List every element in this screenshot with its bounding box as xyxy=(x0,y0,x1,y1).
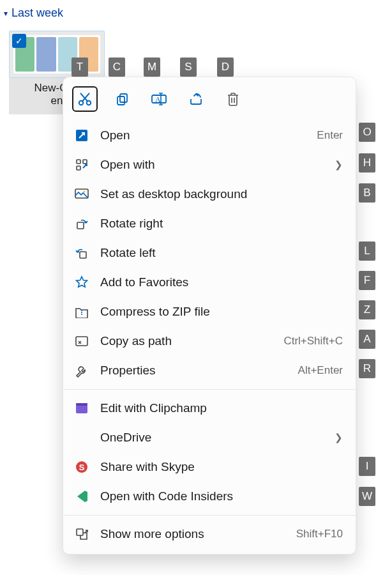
rotate-left-icon xyxy=(73,245,90,261)
wrench-icon xyxy=(73,362,90,379)
svg-rect-12 xyxy=(77,222,84,229)
clipchamp-icon xyxy=(73,400,90,417)
menu-rotate-left[interactable]: Rotate left xyxy=(63,238,356,268)
menu-shortcut: Alt+Enter xyxy=(298,364,343,377)
menu-label: Set as desktop background xyxy=(100,187,343,201)
menu-shortcut: Enter xyxy=(317,129,343,142)
thumbnail: ✓ xyxy=(9,31,105,78)
menu-add-favorites[interactable]: Add to Favorites xyxy=(63,268,356,297)
menu-label: Open with Code Insiders xyxy=(100,489,343,503)
svg-rect-19 xyxy=(77,529,83,535)
svg-rect-14 xyxy=(76,337,87,346)
copy-button[interactable] xyxy=(109,86,135,112)
vscode-icon xyxy=(73,488,90,505)
menu-label: Open xyxy=(100,128,306,142)
scissors-icon xyxy=(77,91,93,107)
menu-label: Add to Favorites xyxy=(100,275,343,289)
context-toolbar: A xyxy=(63,82,356,121)
menu-label: Share with Skype xyxy=(100,460,343,474)
skype-icon: S xyxy=(73,459,90,475)
rename-button[interactable]: A xyxy=(146,86,172,112)
chevron-down-icon: ▾ xyxy=(4,9,8,18)
open-icon xyxy=(73,127,90,144)
svg-point-11 xyxy=(84,191,86,193)
svg-rect-16 xyxy=(76,403,87,406)
key-hint: C xyxy=(109,57,125,77)
divider xyxy=(63,389,356,390)
menu-open-with[interactable]: Open with ❯ xyxy=(63,150,356,180)
menu-label: Edit with Clipchamp xyxy=(100,401,343,415)
menu-code-insiders[interactable]: Open with Code Insiders xyxy=(63,482,356,511)
svg-text:A: A xyxy=(155,95,161,104)
menu-label: Show more options xyxy=(100,527,286,541)
desktop-bg-icon xyxy=(73,186,90,203)
key-hint: B xyxy=(359,183,375,203)
open-with-icon xyxy=(73,157,90,173)
svg-rect-13 xyxy=(80,252,86,258)
chevron-right-icon: ❯ xyxy=(335,432,343,443)
key-hint: W xyxy=(359,487,375,506)
key-hint: L xyxy=(359,241,375,261)
group-label: Last week xyxy=(11,6,63,20)
key-hint: F xyxy=(359,271,375,290)
menu-label: Rotate left xyxy=(100,246,343,260)
key-hint: A xyxy=(359,330,375,349)
menu-label: OneDrive xyxy=(100,431,324,445)
menu-set-background[interactable]: Set as desktop background xyxy=(63,180,356,209)
trash-icon xyxy=(226,91,240,107)
key-hint: S xyxy=(180,57,197,77)
svg-text:S: S xyxy=(79,463,85,472)
show-more-icon xyxy=(73,526,90,542)
key-hint: R xyxy=(359,359,375,378)
menu-shortcut: Shift+F10 xyxy=(296,528,343,540)
key-hint: Z xyxy=(359,300,375,319)
svg-rect-7 xyxy=(77,160,80,164)
menu-label: Properties xyxy=(100,364,288,378)
menu-label: Open with xyxy=(100,158,324,172)
divider xyxy=(63,515,356,516)
menu-compress-zip[interactable]: Compress to ZIP file xyxy=(63,297,356,326)
svg-rect-9 xyxy=(77,166,80,170)
group-header[interactable]: ▾ Last week xyxy=(0,0,392,24)
key-hint: O xyxy=(359,123,375,142)
key-hint: I xyxy=(359,457,375,476)
menu-label: Rotate right xyxy=(100,217,343,231)
copy-path-icon xyxy=(73,333,90,349)
rotate-right-icon xyxy=(73,215,90,232)
menu-label: Copy as path xyxy=(100,334,273,348)
context-menu: A Open Enter xyxy=(63,77,356,555)
share-icon xyxy=(188,91,204,107)
key-hint: D xyxy=(217,57,234,77)
menu-open[interactable]: Open Enter xyxy=(63,121,356,150)
menu-rotate-right[interactable]: Rotate right xyxy=(63,209,356,238)
menu-clipchamp[interactable]: Edit with Clipchamp xyxy=(63,394,356,423)
cut-button[interactable] xyxy=(72,86,98,112)
key-hint: H xyxy=(359,153,375,172)
share-button[interactable] xyxy=(183,86,209,112)
menu-label: Compress to ZIP file xyxy=(100,305,343,319)
delete-button[interactable] xyxy=(220,86,246,112)
menu-skype[interactable]: S Share with Skype xyxy=(63,452,356,482)
svg-rect-8 xyxy=(83,160,87,164)
rename-icon: A xyxy=(151,91,167,107)
key-hint: M xyxy=(144,57,160,77)
menu-onedrive[interactable]: OneDrive ❯ xyxy=(63,423,356,452)
chevron-right-icon: ❯ xyxy=(335,159,343,171)
menu-copy-path[interactable]: Copy as path Ctrl+Shift+C xyxy=(63,326,356,356)
svg-rect-15 xyxy=(76,405,87,413)
svg-rect-2 xyxy=(117,96,124,105)
menu-properties[interactable]: Properties Alt+Enter xyxy=(63,356,356,385)
menu-shortcut: Ctrl+Shift+C xyxy=(283,335,343,348)
check-icon: ✓ xyxy=(12,34,26,48)
star-icon xyxy=(73,274,90,291)
copy-icon xyxy=(114,91,130,107)
onedrive-icon xyxy=(73,429,90,446)
svg-rect-3 xyxy=(120,94,127,102)
key-hint: T xyxy=(72,57,88,77)
zip-icon xyxy=(73,303,90,320)
menu-show-more[interactable]: Show more options Shift+F10 xyxy=(63,519,356,549)
